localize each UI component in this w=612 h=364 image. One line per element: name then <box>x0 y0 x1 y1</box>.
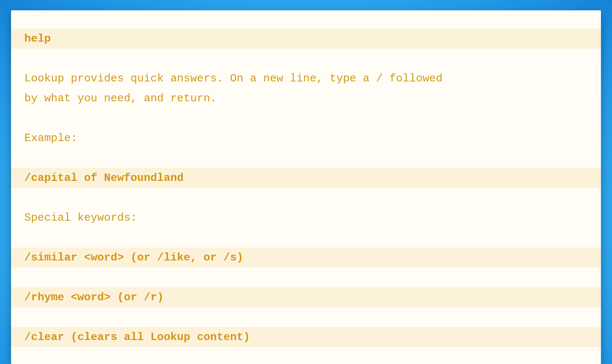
help-example-label: Example: <box>11 128 601 148</box>
help-content: help Lookup provides quick answers. On a… <box>11 10 601 347</box>
blank-line <box>11 148 601 168</box>
blank-line <box>11 108 601 128</box>
help-command-similar: /similar <word> (or /like, or /s) <box>11 248 601 267</box>
help-intro-line-1: Lookup provides quick answers. On a new … <box>11 69 601 88</box>
blank-line <box>11 307 601 327</box>
help-special-label: Special keywords: <box>11 208 601 228</box>
help-command-rhyme: /rhyme <word> (or /r) <box>11 287 601 307</box>
blank-line <box>11 49 601 69</box>
blank-line <box>11 228 601 248</box>
help-intro-line-2: by what you need, and return. <box>11 88 601 108</box>
blank-line <box>11 188 601 208</box>
help-card: help Lookup provides quick answers. On a… <box>11 10 601 364</box>
help-example-command: /capital of Newfoundland <box>11 168 601 188</box>
help-heading: help <box>11 29 601 49</box>
help-command-clear: /clear (clears all Lookup content) <box>11 327 601 347</box>
blank-line <box>11 267 601 287</box>
